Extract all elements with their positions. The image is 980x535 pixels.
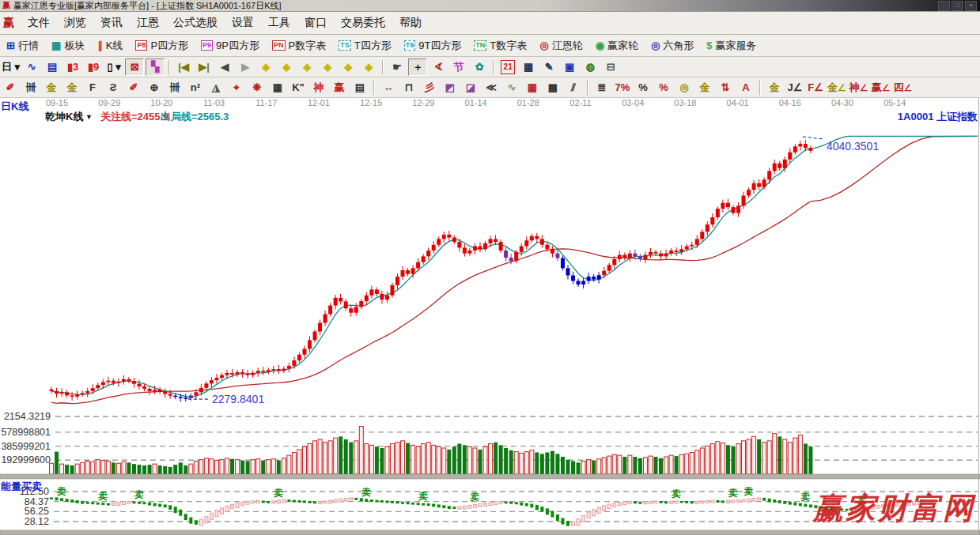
toolbar-item-p-digit-table[interactable]: PNP数字表 — [266, 39, 332, 53]
menu-资讯[interactable]: 资讯 — [93, 13, 130, 32]
save-button[interactable]: ▣ — [560, 58, 579, 76]
red-grid-button[interactable]: ▦ — [523, 79, 542, 96]
four-angle-button[interactable]: 四∠ — [892, 79, 913, 96]
box-fan-button[interactable]: ◪ — [461, 79, 480, 96]
menu-浏览[interactable]: 浏览 — [57, 13, 93, 32]
period-day-selector-button[interactable]: 日 ▾ — [1, 58, 21, 76]
menu-帮助[interactable]: 帮助 — [392, 13, 429, 32]
percent-tool-button[interactable]: % — [634, 79, 653, 96]
restore-button[interactable]: □ — [952, 1, 963, 11]
mirror-angle-button[interactable]: ◮ — [206, 79, 225, 96]
comb-ruler-button[interactable]: 卌 — [21, 79, 40, 96]
gold-line-button[interactable]: 金 — [695, 79, 714, 96]
print-button[interactable]: ⊟ — [601, 58, 620, 76]
grid-target-button[interactable]: ▦ — [268, 79, 287, 96]
kline-type-selector[interactable]: 乾坤K线 ▼ — [45, 110, 93, 124]
close-button[interactable]: × — [965, 1, 977, 11]
pillar-gauge-button[interactable]: ⊓ — [399, 79, 418, 96]
j-angle-button[interactable]: J∠ — [785, 79, 804, 96]
menu-设置[interactable]: 设置 — [225, 13, 261, 32]
ruler-123-button[interactable]: ▤ — [350, 79, 369, 96]
pan-mode-button[interactable]: ∿ — [22, 58, 41, 76]
toolbar-item-gann-wheel[interactable]: ◎江恩轮 — [533, 39, 588, 53]
toolbar-item-quotes[interactable]: ⊞行情 — [0, 39, 45, 53]
jump-first-button[interactable]: |◀ — [174, 58, 193, 76]
diamond-expand-button[interactable]: ◈ — [339, 58, 358, 76]
n-squared-ruler-button[interactable]: n² — [186, 79, 205, 96]
toolbar-item-t-digit-table[interactable]: TNT数字表 — [467, 39, 533, 53]
ying-angle-button[interactable]: 赢∠ — [871, 79, 891, 96]
target-crosshair-button[interactable]: ⌖ — [227, 79, 246, 96]
chart-canvas[interactable]: 09-1509-2910-2011-0311-1712-0112-1512-29… — [0, 98, 980, 535]
toolbar-item-9p-square[interactable]: P99P四方形 — [195, 39, 266, 53]
shen-angle-button[interactable]: 神∠ — [849, 79, 869, 96]
clock-target-button[interactable]: ⊕ — [145, 79, 164, 96]
percent-line-button[interactable]: % — [654, 79, 673, 96]
pencil-fan-button[interactable]: ≪ — [482, 79, 501, 96]
menu-江恩[interactable]: 江恩 — [130, 13, 166, 32]
zigzag-tool-button[interactable]: ∿ — [502, 79, 521, 96]
a-tool-button[interactable]: A — [736, 79, 755, 96]
minimize-button[interactable]: - — [938, 1, 950, 11]
seven-percent-button[interactable]: 7% — [613, 79, 632, 96]
smart-tool-button[interactable]: ✿ — [470, 58, 489, 76]
k-quote-tool-button[interactable]: K" — [289, 79, 308, 96]
info-panel-button[interactable]: ▤ — [43, 58, 62, 76]
toolbar-item-kline[interactable]: ∥K线 — [91, 39, 129, 53]
toolbar-item-9t-square[interactable]: T99T四方形 — [398, 39, 468, 53]
step-forward-button[interactable]: ▶ — [236, 58, 255, 76]
toolbar-item-winner-wheel[interactable]: ◉赢家轮 — [589, 39, 645, 53]
gann-overlay-toggle-button[interactable]: ⊠ — [125, 58, 144, 76]
parallel-lines-button[interactable]: ⫽ — [564, 79, 583, 96]
gold-comb-ruler-2-button[interactable]: 金 — [62, 79, 81, 96]
gold-angle-button[interactable]: 金∠ — [827, 79, 847, 96]
bars-9-button[interactable]: ▮9 — [84, 58, 103, 76]
diamond-left-button[interactable]: ◈ — [256, 58, 275, 76]
bars-3-button[interactable]: ▮3 — [63, 58, 82, 76]
toolbar-item-hexagon[interactable]: ◎六角形 — [645, 39, 700, 53]
ladder-gauge-button[interactable]: ≣ — [592, 79, 611, 96]
gold-circle-button[interactable]: ◎ — [675, 79, 694, 96]
candle-style-selector-button[interactable]: ▯ ▾ — [104, 58, 123, 76]
distribution-chart-toggle-button[interactable]: ▚ — [146, 58, 165, 76]
diamond-right-button[interactable]: ◈ — [277, 58, 296, 76]
shen-tool-button[interactable]: 神 — [309, 79, 328, 96]
f-ruler-button[interactable]: F — [83, 79, 102, 96]
dot-grid-button[interactable]: ▩ — [543, 79, 562, 96]
angle-measure-button[interactable]: ∢ — [429, 58, 448, 76]
s-spiral-ruler-button[interactable]: Ƨ — [104, 79, 123, 96]
toolbar-item-sectors[interactable]: ▦板块 — [45, 39, 91, 53]
f-angle-button[interactable]: F∠ — [806, 79, 825, 96]
calendar-button[interactable]: 21 — [501, 60, 515, 74]
toolbar-item-p-square[interactable]: P8P四方形 — [129, 39, 195, 53]
width-gauge-button[interactable]: ↔ — [379, 79, 398, 96]
ying-tool-button[interactable]: 赢 — [330, 79, 349, 96]
diamond-move-button[interactable]: ◈ — [359, 58, 378, 76]
web-export-button[interactable]: ◍ — [581, 58, 600, 76]
hand-tool-button[interactable]: ☛ — [388, 58, 407, 76]
fan-in-box-button[interactable]: ◩ — [441, 79, 460, 96]
menu-工具[interactable]: 工具 — [261, 13, 297, 32]
toolbar-item-t-square[interactable]: TST四方形 — [332, 39, 397, 53]
step-back-button[interactable]: ◀ — [215, 58, 234, 76]
calculator-button[interactable]: ▦ — [519, 58, 538, 76]
festival-tool-button[interactable]: 节 — [449, 58, 468, 76]
jump-last-button[interactable]: ▶| — [195, 58, 214, 76]
menu-交易委托[interactable]: 交易委托 — [334, 13, 392, 32]
brush-tool-button[interactable]: ✐ — [1, 79, 20, 96]
hash-ruler-button[interactable]: 卌 — [165, 79, 184, 96]
crosshair-tool-button[interactable]: ＋ — [408, 58, 427, 76]
menu-公式选股[interactable]: 公式选股 — [166, 13, 225, 32]
menu-窗口[interactable]: 窗口 — [297, 13, 334, 32]
toolbar-item-winner-service[interactable]: $赢家服务 — [700, 39, 762, 53]
rocket-ruler-button[interactable]: ✐ — [124, 79, 143, 96]
gold-underline-button[interactable]: 金 — [765, 79, 784, 96]
gold-comb-ruler-button[interactable]: 金 — [42, 79, 61, 96]
diamond-collapse-button[interactable]: ◈ — [318, 58, 337, 76]
menu-文件[interactable]: 文件 — [21, 13, 57, 32]
ruler-rocket-button[interactable]: ⇅ — [716, 79, 735, 96]
notes-button[interactable]: ✎ — [539, 58, 558, 76]
star-wheel-button[interactable]: ❋ — [248, 79, 267, 96]
diamond-horizontal-button[interactable]: ◈ — [297, 58, 316, 76]
gann-fan-button[interactable]: 彡 — [420, 79, 439, 96]
